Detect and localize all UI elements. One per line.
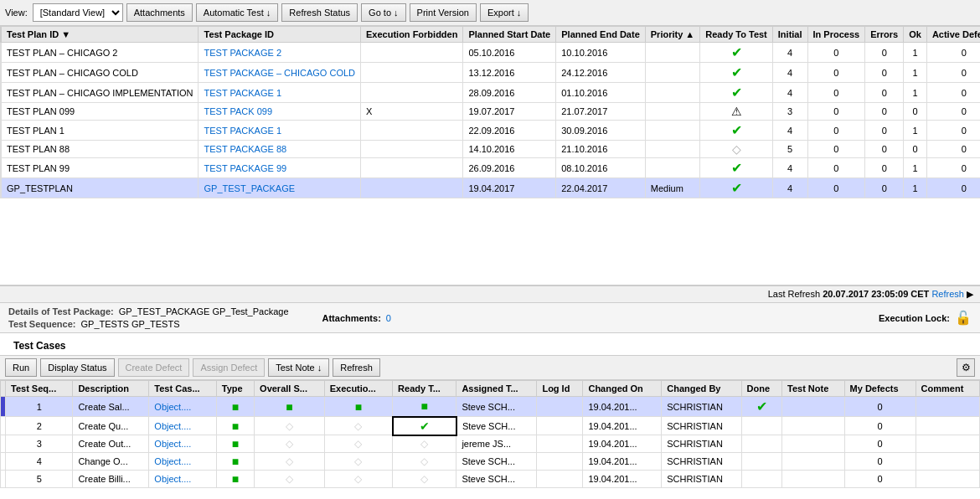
refresh-link[interactable]: Refresh (931, 289, 964, 299)
list-item[interactable]: 5Create Billi...Object....■◇◇◇Steve SCH.… (1, 471, 980, 488)
col-log-id[interactable]: Log Id (537, 381, 583, 397)
col-done[interactable]: Done (741, 381, 781, 397)
test-note-button[interactable]: Test Note ↓ (268, 358, 329, 377)
table-row[interactable]: TEST PLAN 099TEST PACK 099X19.07.201721.… (1, 103, 981, 121)
test-package-id-cell[interactable]: TEST PACKAGE 88 (199, 141, 361, 158)
test-plan-id-cell: TEST PLAN 88 (2, 141, 199, 158)
sequence-value: GP_TESTS GP_TESTS (81, 319, 180, 329)
details-panel: Details of Test Package: GP_TEST_PACKAGE… (8, 306, 289, 329)
col-type[interactable]: Type (216, 381, 254, 397)
test-package-id-cell[interactable]: GP_TEST_PACKAGE (199, 178, 361, 198)
bottom-refresh-button[interactable]: Refresh (333, 358, 380, 377)
col-test-note[interactable]: Test Note (782, 381, 845, 397)
test-package-id-cell[interactable]: TEST PACK 099 (199, 103, 361, 121)
table-row[interactable]: TEST PLAN – CHICAGO 2TEST PACKAGE 205.10… (1, 43, 981, 63)
col-ready-t[interactable]: Ready T... (393, 381, 456, 397)
exec-lock-panel: Execution Lock: 🔓 (879, 310, 972, 326)
col-ok[interactable]: Ok (904, 27, 927, 43)
refresh-chevron: ▶ (967, 289, 973, 299)
main-table: Test Plan ID ▼ Test Package ID Execution… (0, 26, 980, 198)
display-status-button[interactable]: Display Status (40, 358, 114, 377)
col-changed-on[interactable]: Changed On (583, 381, 662, 397)
sequence-label: Test Sequence: (8, 319, 76, 329)
main-table-area: Test Plan ID ▼ Test Package ID Execution… (0, 26, 980, 286)
details-label: Details of Test Package: (8, 306, 114, 316)
col-overall-s[interactable]: Overall S... (255, 381, 325, 397)
view-select[interactable]: [Standard View] (33, 3, 123, 22)
print-version-button[interactable]: Print Version (410, 3, 477, 22)
test-plan-id-cell: TEST PLAN – CHICAGO IMPLEMENTATION (2, 83, 199, 103)
col-executio[interactable]: Executio... (324, 381, 392, 397)
refresh-bar: Last Refresh 20.07.2017 23:05:09 CET Ref… (0, 286, 980, 303)
col-ready-to-test[interactable]: Ready To Test (700, 27, 773, 43)
col-my-defects[interactable]: My Defects (844, 381, 916, 397)
attachments-count[interactable]: 0 (386, 313, 391, 323)
col-exec-forbidden[interactable]: Execution Forbidden (361, 27, 463, 43)
list-item[interactable]: 1Create Sal...Object....■■■■Steve SCH...… (1, 397, 980, 417)
col-test-plan-id-label: Test Plan ID (7, 29, 59, 39)
test-plan-id-cell: TEST PLAN 99 (2, 158, 199, 178)
assign-defect-button: Assign Defect (193, 358, 265, 377)
col-test-cas[interactable]: Test Cas... (149, 381, 216, 397)
list-item[interactable]: 3Create Out...Object....■◇◇◇jereme JS...… (1, 435, 980, 453)
col-assigned-t[interactable]: Assigned T... (456, 381, 537, 397)
test-package-id-cell[interactable]: TEST PACKAGE 1 (199, 83, 361, 103)
col-active-defects[interactable]: Active Defects (926, 27, 980, 43)
test-package-id-cell[interactable]: TEST PACKAGE 99 (199, 158, 361, 178)
table-row[interactable]: GP_TESTPLANGP_TEST_PACKAGE19.04.201722.0… (1, 178, 981, 198)
table-row[interactable]: TEST PLAN 88TEST PACKAGE 8814.10.201621.… (1, 141, 981, 158)
table-row[interactable]: TEST PLAN – CHICAGO COLDTEST PACKAGE – C… (1, 63, 981, 83)
sort-icon-test-plan: ▼ (61, 29, 70, 39)
settings-icon[interactable]: ⚙ (957, 358, 975, 377)
run-button[interactable]: Run (5, 358, 37, 377)
exec-lock-label: Execution Lock: (879, 313, 950, 323)
attachments-panel: Attachments: 0 (322, 313, 391, 323)
table-row[interactable]: TEST PLAN – CHICAGO IMPLEMENTATIONTEST P… (1, 83, 981, 103)
refresh-timestamp: 20.07.2017 23:05:09 CET (823, 289, 929, 299)
col-planned-start[interactable]: Planned Start Date (463, 27, 556, 43)
go-to-button[interactable]: Go to ↓ (361, 3, 405, 22)
test-cases-header: Test Cases (5, 337, 74, 353)
col-priority[interactable]: Priority ▲ (645, 27, 699, 43)
view-label: View: (5, 8, 28, 18)
export-button[interactable]: Export ↓ (480, 3, 529, 22)
test-plan-id-cell: TEST PLAN 099 (2, 103, 199, 121)
test-package-id-cell[interactable]: TEST PACKAGE 1 (199, 121, 361, 141)
refresh-status-button[interactable]: Refresh Status (281, 3, 358, 22)
col-planned-end[interactable]: Planned End Date (556, 27, 646, 43)
attachments-label: Attachments: (322, 313, 381, 323)
col-errors[interactable]: Errors (865, 27, 904, 43)
col-test-package-id[interactable]: Test Package ID (199, 27, 361, 43)
col-in-process[interactable]: In Process (807, 27, 865, 43)
lock-icon: 🔓 (955, 310, 972, 326)
bottom-toolbar: Run Display Status Create Defect Assign … (0, 356, 980, 380)
test-plan-id-cell: GP_TESTPLAN (2, 178, 199, 198)
test-package-id-cell[interactable]: TEST PACKAGE – CHICAGO COLD (199, 63, 361, 83)
last-refresh-label: Last Refresh (768, 289, 820, 299)
test-plan-id-cell: TEST PLAN – CHICAGO 2 (2, 43, 199, 63)
test-plan-id-cell: TEST PLAN 1 (2, 121, 199, 141)
col-comment[interactable]: Comment (916, 381, 979, 397)
table-row[interactable]: TEST PLAN 1TEST PACKAGE 122.09.201630.09… (1, 121, 981, 141)
list-item[interactable]: 4Change O...Object....■◇◇◇Steve SCH...19… (1, 453, 980, 471)
details-value: GP_TEST_PACKAGE GP_Test_Package (119, 306, 289, 316)
list-item[interactable]: 2Create Qu...Object....■◇◇✔Steve SCH...1… (1, 417, 980, 435)
automatic-test-button[interactable]: Automatic Test ↓ (196, 3, 279, 22)
test-cases-table: Test Seq... Description Test Cas... Type… (0, 380, 980, 488)
col-test-plan-id[interactable]: Test Plan ID ▼ (2, 27, 199, 43)
col-test-seq[interactable]: Test Seq... (6, 381, 73, 397)
bottom-table-area: Test Seq... Description Test Cas... Type… (0, 380, 980, 488)
attachments-button[interactable]: Attachments (126, 3, 193, 22)
test-plan-id-cell: TEST PLAN – CHICAGO COLD (2, 63, 199, 83)
top-toolbar: View: [Standard View] Attachments Automa… (0, 0, 980, 26)
col-initial[interactable]: Initial (772, 27, 807, 43)
table-row[interactable]: TEST PLAN 99TEST PACKAGE 9926.09.201608.… (1, 158, 981, 178)
test-package-id-cell[interactable]: TEST PACKAGE 2 (199, 43, 361, 63)
col-changed-by[interactable]: Changed By (662, 381, 741, 397)
create-defect-button: Create Defect (118, 358, 190, 377)
col-description[interactable]: Description (73, 381, 149, 397)
